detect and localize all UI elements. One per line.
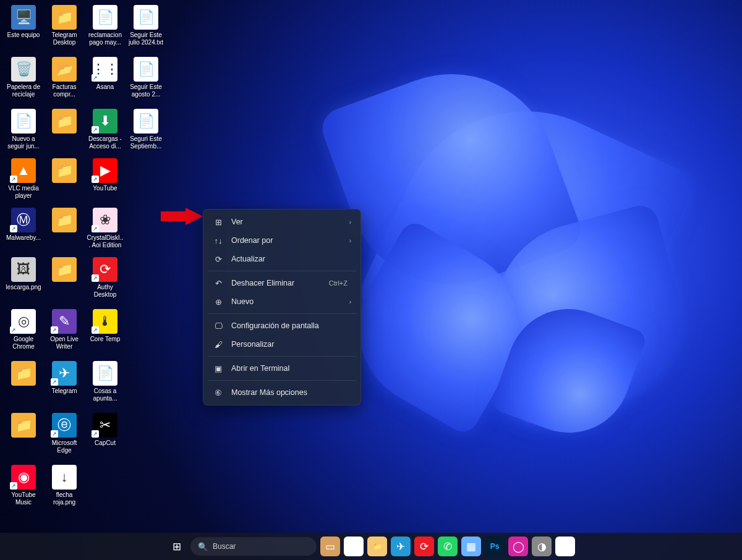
app-icon: 📄: [93, 5, 117, 30]
desktop-icon[interactable]: ▲↗VLC media player: [5, 158, 42, 200]
menu-separator: [208, 271, 356, 271]
taskbar-app2[interactable]: ▤: [555, 537, 575, 556]
menu-item-more-options[interactable]: ⑥Mostrar Más opciones: [207, 383, 357, 402]
taskbar-whatsapp[interactable]: ✆: [438, 537, 458, 556]
shortcut-overlay-icon: ↗: [92, 274, 99, 282]
app-icon: ↓: [52, 465, 77, 490]
menu-item-label: Configuración de pantalla: [231, 321, 351, 330]
taskbar-chrome[interactable]: ◎: [344, 537, 364, 556]
desktop-icon[interactable]: 🖼lescarga.png: [5, 257, 42, 291]
taskbar-app1[interactable]: ◑: [532, 537, 552, 556]
taskbar-authy[interactable]: ⟳: [414, 537, 434, 556]
desktop-icon[interactable]: ◉↗YouTube Music: [5, 465, 42, 506]
desktop-icon[interactable]: 📁: [5, 413, 42, 439]
desktop-icon[interactable]: ✈↗Telegram: [46, 361, 83, 395]
taskbar-search[interactable]: 🔍Buscar: [190, 537, 317, 556]
menu-item-refresh[interactable]: ⟳Actualizar: [207, 250, 357, 268]
menu-item-sort-by[interactable]: ↑↓Ordenar por›: [207, 231, 357, 250]
desktop-icon[interactable]: ❀↗CrystalDiskI... Aoi Edition: [87, 208, 124, 249]
shortcut-overlay-icon: ↗: [10, 482, 17, 490]
desktop[interactable]: 🖥️Este equipo📁Telegram Desktop📄reclamaci…: [0, 0, 742, 560]
desktop-icon[interactable]: 📁Telegram Desktop: [46, 5, 83, 46]
taskbar-photoshop[interactable]: Ps: [485, 537, 505, 556]
desktop-icon[interactable]: 📁: [46, 208, 83, 234]
open-terminal-icon: ▣: [213, 364, 224, 373]
search-icon: 🔍: [198, 542, 208, 551]
desktop-icon[interactable]: 🖥️Este equipo: [5, 5, 42, 39]
menu-item-label: Ver: [231, 218, 349, 226]
menu-separator: [208, 380, 356, 381]
taskbar-widgets[interactable]: ▦: [461, 537, 481, 556]
menu-item-display-settings[interactable]: 🖵Configuración de pantalla: [207, 316, 357, 335]
menu-item-open-terminal[interactable]: ▣Abrir en Terminal: [207, 359, 357, 378]
desktop-icon[interactable]: ◎↗Google Chrome: [5, 309, 42, 350]
shortcut-overlay-icon: ↗: [10, 225, 17, 232]
menu-item-label: Nuevo: [231, 297, 349, 306]
menu-item-personalize[interactable]: 🖌Personalizar: [207, 335, 357, 354]
desktop-icon[interactable]: 📄Seguir Este julio 2024.txt: [127, 5, 164, 46]
display-settings-icon: 🖵: [213, 321, 224, 331]
app-icon: 📁: [11, 413, 36, 438]
menu-item-view[interactable]: ⊞Ver›: [207, 213, 357, 231]
desktop-icon[interactable]: 📁: [46, 158, 83, 185]
taskbar-instagram[interactable]: ◯: [508, 537, 528, 556]
taskbar-start[interactable]: ⊞: [167, 537, 187, 556]
taskbar-explorer[interactable]: 📁: [367, 537, 387, 556]
app-icon: 📄: [134, 5, 158, 30]
desktop-icon[interactable]: 📄Nuevo a seguir jun...: [5, 109, 42, 150]
desktop-icon[interactable]: ↓flecha roja.png: [46, 465, 83, 506]
app-icon: 🖼: [11, 257, 36, 282]
app-icon: 📄: [11, 109, 36, 134]
desktop-icon[interactable]: 🗑️Papelera de reciclaje: [5, 57, 42, 98]
app-icon: 🗑️: [11, 57, 36, 82]
desktop-icon[interactable]: 📄Cosas a apunta...: [87, 361, 124, 402]
desktop-icon[interactable]: 📄Seguri Este Septiemb...: [127, 109, 164, 150]
view-icon: ⊞: [213, 218, 224, 227]
taskbar: ⊞🔍Buscar▭◎📁✈⟳✆▦Ps◯◑▤: [0, 533, 742, 560]
desktop-icon[interactable]: ⓔ↗Microsoft Edge: [46, 413, 83, 454]
desktop-icon-label: Google Chrome: [5, 336, 42, 350]
desktop-icon[interactable]: 📄reclamacion pago may...: [87, 5, 124, 46]
desktop-icon[interactable]: 📁: [46, 109, 83, 135]
refresh-icon: ⟳: [213, 255, 224, 264]
menu-separator: [208, 313, 356, 314]
desktop-icon[interactable]: 🌡↗Core Temp: [87, 309, 124, 343]
desktop-icon-label: Open Live Writer: [46, 336, 83, 350]
desktop-context-menu: ⊞Ver›↑↓Ordenar por›⟳Actualizar↶Deshacer …: [203, 209, 361, 405]
desktop-icon[interactable]: ⋮⋮↗Asana: [87, 57, 124, 91]
search-placeholder: Buscar: [213, 542, 236, 551]
annotation-red-arrow: [161, 208, 204, 230]
menu-item-label: Personalizar: [231, 340, 351, 349]
desktop-icon-label: Asana: [87, 83, 124, 91]
taskbar-taskview[interactable]: ▭: [320, 537, 340, 556]
desktop-icon[interactable]: ⟳↗Authy Desktop: [87, 257, 124, 299]
app-icon: 📂: [52, 57, 77, 82]
desktop-icon[interactable]: 📁: [46, 257, 83, 284]
desktop-icon-label: reclamacion pago may...: [87, 32, 124, 46]
sort-by-icon: ↑↓: [213, 236, 224, 245]
desktop-icon-label: Telegram: [46, 388, 83, 395]
desktop-icon-label: Facturas compr...: [46, 83, 83, 98]
taskbar-telegram[interactable]: ✈: [391, 537, 411, 556]
desktop-icon[interactable]: ✂↗CapCut: [87, 413, 124, 447]
shortcut-overlay-icon: ↗: [92, 74, 99, 82]
desktop-icon[interactable]: ⬇↗Descargas - Acceso di...: [87, 109, 124, 150]
shortcut-overlay-icon: ↗: [10, 176, 17, 183]
shortcut-overlay-icon: ↗: [92, 430, 99, 438]
desktop-icon-label: Este equipo: [5, 32, 42, 39]
desktop-icon[interactable]: 📁: [5, 361, 42, 388]
menu-item-new[interactable]: ⊕Nuevo›: [207, 292, 357, 311]
desktop-icon[interactable]: ✎↗Open Live Writer: [46, 309, 83, 350]
svg-marker-0: [161, 208, 203, 225]
app-icon: 📁: [52, 158, 77, 183]
chevron-right-icon: ›: [349, 237, 351, 244]
personalize-icon: 🖌: [213, 340, 224, 349]
menu-item-undo-delete[interactable]: ↶Deshacer EliminarCtrl+Z: [207, 274, 357, 292]
desktop-icon[interactable]: Ⓜ↗Malwareby...: [5, 208, 42, 242]
app-icon: 📁: [52, 109, 77, 134]
desktop-icon-label: Microsoft Edge: [46, 439, 83, 454]
desktop-icon[interactable]: ▶↗YouTube: [87, 158, 124, 192]
desktop-icon[interactable]: 📄Seguir Este agosto 2...: [127, 57, 164, 98]
desktop-icon[interactable]: 📂Facturas compr...: [46, 57, 83, 98]
desktop-icon-label: Seguir Este agosto 2...: [127, 83, 164, 98]
